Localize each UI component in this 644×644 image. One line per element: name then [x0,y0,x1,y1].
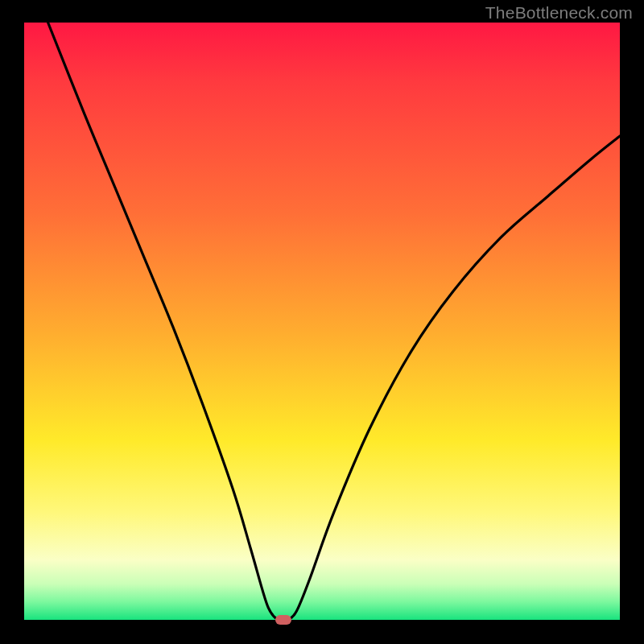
optimum-marker [275,615,291,625]
plot-area [24,23,620,620]
chart-frame: TheBottleneck.com [0,0,644,644]
bottleneck-curve [24,23,620,620]
watermark-text: TheBottleneck.com [485,3,633,23]
